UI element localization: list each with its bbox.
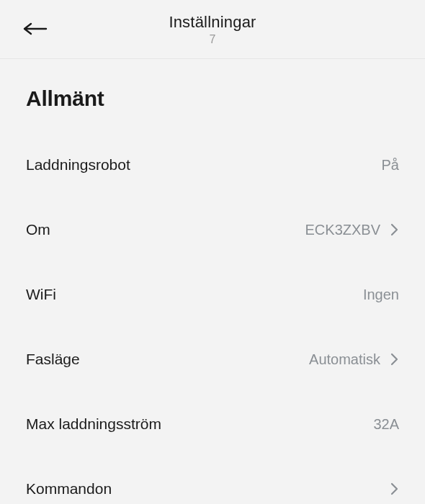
- row-label: WiFi: [26, 286, 56, 303]
- header: Inställningar 7: [0, 0, 425, 59]
- row-label: Fasläge: [26, 351, 80, 368]
- row-value: ECK3ZXBV: [305, 222, 380, 238]
- row-right: Ingen: [363, 287, 399, 303]
- row-right: 32A: [373, 416, 399, 433]
- row-value: På: [382, 157, 399, 174]
- row-right: Automatisk: [309, 351, 399, 368]
- row-right: På: [382, 157, 399, 174]
- page-title: Inställningar: [0, 13, 425, 32]
- chevron-right-icon: [390, 482, 399, 496]
- row-label: Laddningsrobot: [26, 156, 130, 174]
- row-label: Max laddningsström: [26, 415, 161, 433]
- row-label: Om: [26, 221, 50, 238]
- chevron-right-icon: [390, 222, 399, 237]
- chevron-right-icon: [390, 352, 399, 366]
- page-subtitle: 7: [0, 33, 425, 46]
- header-title-wrap: Inställningar 7: [0, 13, 425, 46]
- row-value: 32A: [373, 416, 399, 433]
- row-charging-robot[interactable]: Laddningsrobot På: [26, 132, 399, 197]
- row-right: [390, 482, 399, 496]
- row-phase-mode[interactable]: Fasläge Automatisk: [26, 327, 399, 392]
- row-right: ECK3ZXBV: [305, 222, 399, 238]
- back-arrow-icon: [23, 22, 48, 36]
- row-value: Automatisk: [309, 351, 380, 368]
- back-button[interactable]: [23, 20, 48, 37]
- row-max-current[interactable]: Max laddningsström 32A: [26, 392, 399, 456]
- row-value: Ingen: [363, 287, 399, 303]
- row-wifi[interactable]: WiFi Ingen: [26, 262, 399, 327]
- row-label: Kommandon: [26, 480, 112, 498]
- section-title: Allmänt: [26, 86, 399, 111]
- row-about[interactable]: Om ECK3ZXBV: [26, 197, 399, 262]
- row-commands[interactable]: Kommandon: [26, 456, 399, 504]
- section-general: Allmänt Laddningsrobot På Om ECK3ZXBV Wi…: [0, 86, 425, 504]
